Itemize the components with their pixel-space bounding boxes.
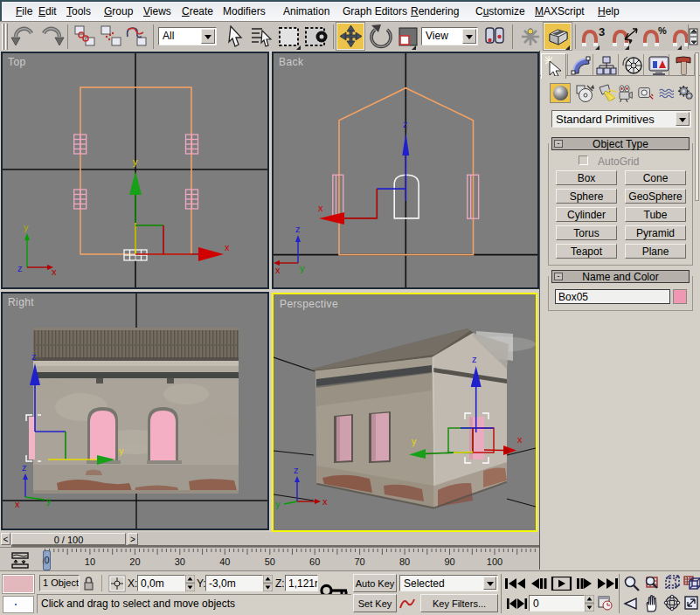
svg-text:x: x <box>275 265 281 275</box>
svg-text:x: x <box>225 242 230 252</box>
svg-text:y: y <box>300 263 305 273</box>
svg-text:y: y <box>275 499 281 509</box>
svg-text:50: 50 <box>265 556 275 567</box>
svg-text:3: 3 <box>599 25 605 38</box>
svg-text:10: 10 <box>85 556 95 567</box>
svg-text:20: 20 <box>129 556 140 567</box>
svg-text:y: y <box>46 495 52 506</box>
svg-text:y: y <box>24 222 29 232</box>
svg-text:30: 30 <box>175 556 185 567</box>
svg-text:z: z <box>31 351 37 362</box>
svg-text:x: x <box>52 266 57 277</box>
svg-text:x: x <box>517 434 523 445</box>
svg-text:70: 70 <box>354 556 364 567</box>
svg-text:%: % <box>658 25 667 36</box>
svg-text:y: y <box>412 436 417 446</box>
svg-text:z: z <box>295 224 301 234</box>
svg-text:z: z <box>403 119 408 129</box>
svg-text:90: 90 <box>444 556 454 567</box>
svg-text:z: z <box>472 354 477 364</box>
svg-text:z: z <box>294 465 299 475</box>
svg-text:100: 100 <box>487 556 502 567</box>
svg-text:x: x <box>318 203 323 213</box>
svg-text:y: y <box>133 156 138 167</box>
svg-text:80: 80 <box>399 556 410 567</box>
svg-text:40: 40 <box>219 556 230 567</box>
svg-text:z: z <box>17 263 23 273</box>
svg-text:x: x <box>15 499 20 509</box>
svg-text:60: 60 <box>309 556 320 567</box>
svg-text:y: y <box>119 446 124 456</box>
svg-text:z: z <box>22 462 27 473</box>
svg-text:x: x <box>322 496 328 507</box>
